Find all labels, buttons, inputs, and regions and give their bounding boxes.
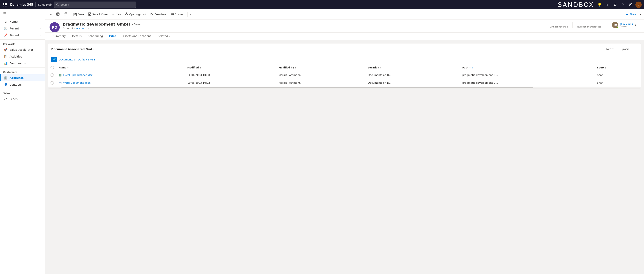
word-icon: ▤ <box>59 81 62 85</box>
sidebar-item-sales-accelerator[interactable]: 🚀 Sales accelerator <box>0 46 45 53</box>
search-input[interactable] <box>60 3 134 6</box>
row1-name[interactable]: ▦ Excel Spreadsheet.xlsx <box>56 71 185 79</box>
svg-point-37 <box>54 58 56 59</box>
toolbar-more-chevron[interactable]: ▾ <box>189 12 192 17</box>
header-radio[interactable] <box>50 66 54 70</box>
doc-upload-button[interactable]: ↑ Upload <box>616 46 630 52</box>
svg-rect-3 <box>3 4 4 5</box>
share-chevron[interactable]: ▾ <box>639 12 642 17</box>
sidebar-item-activities[interactable]: 📋 Activities <box>0 53 45 60</box>
doc-more-button[interactable]: ⋯ <box>631 46 638 52</box>
row1-file-link[interactable]: ▦ Excel Spreadsheet.xlsx <box>59 73 183 77</box>
col-header-name[interactable]: Name ↕ <box>56 64 185 71</box>
svg-line-33 <box>172 14 173 15</box>
help-icon[interactable]: ? <box>620 2 626 8</box>
sharepoint-link[interactable]: Documents on Default Site 1 <box>59 58 95 61</box>
row1-location: Documents on D... <box>366 71 460 79</box>
lightbulb-icon[interactable]: 💡 <box>596 2 603 8</box>
share-icon <box>626 13 628 16</box>
row2-radio[interactable] <box>50 81 54 85</box>
col-header-modified-by[interactable]: Modified by ↕ <box>276 64 366 71</box>
col-header-location[interactable]: Location ↕ <box>366 64 460 71</box>
record-title: pragmatic development GmbH <box>63 22 130 26</box>
employees-value: --- <box>577 22 601 26</box>
col-header-path[interactable]: Path ↑ ↕ <box>460 64 595 71</box>
sharepoint-row: Documents on Default Site 1 <box>48 55 641 64</box>
settings-icon[interactable]: ⚙ <box>612 2 618 8</box>
sidebar-item-pinned[interactable]: 📌 Pinned ▾ <box>0 32 45 38</box>
pinned-chevron: ▾ <box>40 34 42 37</box>
svg-line-28 <box>151 13 153 15</box>
svg-point-12 <box>630 4 631 5</box>
tab-files[interactable]: Files <box>106 32 120 40</box>
open-in-window-button[interactable] <box>62 11 69 17</box>
save-close-button[interactable]: Save & Close <box>86 11 110 17</box>
doc-grid-header: Document Associated Grid ▾ ＋ New ▾ ↑ Upl… <box>48 44 641 55</box>
row2-name[interactable]: ▤ Word Document.docx <box>56 79 185 87</box>
tab-assets[interactable]: Assets and Locations <box>120 32 154 40</box>
back-button[interactable]: ← <box>47 12 54 17</box>
tab-summary[interactable]: Summary <box>50 32 69 40</box>
annual-revenue-stat: --- Annual Revenue <box>546 22 573 28</box>
plus-icon[interactable]: ＋ <box>604 2 610 8</box>
row2-path: pragmatic development G... <box>460 79 595 87</box>
owner-name[interactable]: Test User1 <box>620 22 633 25</box>
sidebar-item-contacts[interactable]: 👤 Contacts <box>0 81 45 88</box>
rocket-icon: 🚀 <box>4 48 8 52</box>
feedback-icon[interactable] <box>628 2 634 8</box>
sidebar-item-leads[interactable]: Leads <box>0 96 45 102</box>
sidebar-item-home[interactable]: ⌂ Home <box>0 18 45 25</box>
row2-modified: 10.06.2023 10:02 <box>185 79 276 87</box>
horizontal-scrollbar[interactable] <box>48 87 641 88</box>
new-button[interactable]: ＋ New <box>110 11 123 17</box>
row2-check[interactable] <box>48 79 56 87</box>
svg-rect-0 <box>3 3 4 4</box>
doc-grid-title[interactable]: Document Associated Grid ▾ <box>51 48 94 51</box>
top-navigation: Dynamics 365 Sales Hub SANDBOX 💡 ＋ ⚙ ? U <box>0 0 644 9</box>
recent-chevron: ▾ <box>40 27 42 30</box>
connect-button[interactable]: Connect <box>169 11 186 17</box>
record-title-row: pragmatic development GmbH - Saved <box>63 22 542 26</box>
row1-modified: 10.06.2023 10:08 <box>185 71 276 79</box>
sidebar-item-dashboards[interactable]: 📊 Dashboards <box>0 60 45 67</box>
sidebar-item-recent[interactable]: 🕐 Recent ▾ <box>0 25 45 32</box>
contacts-icon: 👤 <box>4 83 8 86</box>
sidebar-divider-2 <box>0 68 45 68</box>
modified-by-sort-icon: ↕ <box>295 67 296 69</box>
share-button[interactable]: Share <box>623 12 638 17</box>
svg-line-32 <box>172 14 173 14</box>
waffle-menu[interactable] <box>2 2 8 8</box>
scroll-thumb[interactable] <box>62 87 533 88</box>
home-icon: ⌂ <box>4 20 8 24</box>
deactivate-button[interactable]: Deactivate <box>148 11 168 17</box>
svg-point-30 <box>173 13 174 14</box>
breadcrumb-chevron[interactable]: ▾ <box>88 27 89 30</box>
doc-new-chevron[interactable]: ▾ <box>612 48 614 50</box>
col-header-modified[interactable]: Modified ↕ <box>185 64 276 71</box>
accounts-icon: 🏢 <box>4 76 8 80</box>
owner-chevron[interactable]: ▾ <box>635 23 636 27</box>
row1-radio[interactable] <box>50 73 54 77</box>
form-view-button[interactable] <box>54 11 62 17</box>
tab-scheduling[interactable]: Scheduling <box>85 32 106 40</box>
record-breadcrumb[interactable]: Account <box>76 27 86 30</box>
col-header-check[interactable] <box>48 64 56 71</box>
user-avatar[interactable]: U <box>636 2 642 8</box>
sidebar-toggle[interactable]: ☰ <box>0 9 45 18</box>
row1-source: Shar <box>595 71 641 79</box>
sidebar-contacts-label: Contacts <box>10 83 22 86</box>
row2-file-link[interactable]: ▤ Word Document.docx <box>59 81 183 85</box>
tab-related[interactable]: Related ▾ <box>154 32 173 40</box>
org-chart-button[interactable]: Open org chart <box>123 11 148 17</box>
new-icon: ＋ <box>112 12 115 16</box>
nav-icon-group: 💡 ＋ ⚙ ? U <box>596 2 642 8</box>
row1-check[interactable] <box>48 71 56 79</box>
doc-new-button[interactable]: ＋ New ▾ <box>601 46 616 52</box>
annual-revenue-label: Annual Revenue <box>550 26 568 28</box>
toolbar-overflow-button[interactable]: ⋯ <box>192 11 198 17</box>
sidebar-item-accounts[interactable]: 🏢 Accounts <box>0 74 45 81</box>
svg-line-10 <box>58 5 58 6</box>
tab-details[interactable]: Details <box>69 32 85 40</box>
search-bar[interactable] <box>54 2 136 8</box>
save-button[interactable]: 💾 Save <box>72 12 86 17</box>
